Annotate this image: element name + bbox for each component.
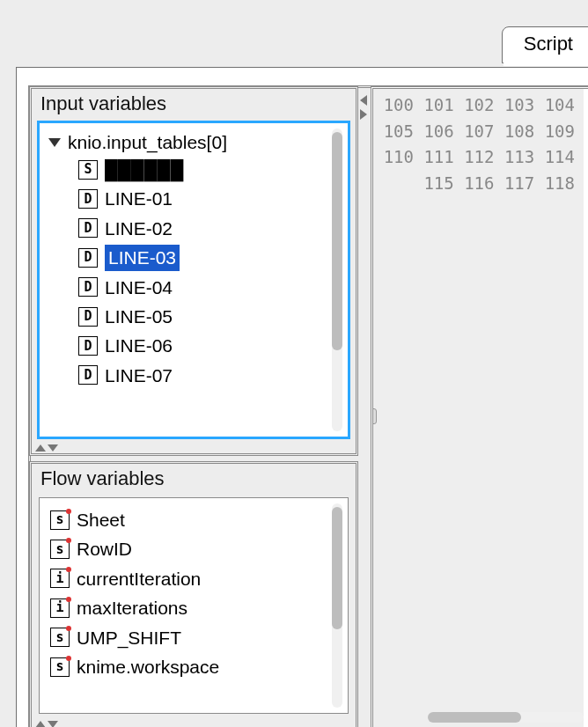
- flow-var-item[interactable]: sRowID: [47, 534, 328, 563]
- tree-item-label: LINE-06: [105, 333, 173, 358]
- double-type-icon: D: [78, 248, 98, 268]
- tree-root[interactable]: knio.input_tables[0]: [48, 130, 328, 155]
- string-type-icon: S: [78, 160, 98, 180]
- tree-item[interactable]: S██████: [48, 155, 328, 184]
- tree-item[interactable]: DLINE-01: [48, 184, 328, 213]
- input-variables-title: Input variables: [32, 89, 356, 122]
- tree-item[interactable]: DLINE-06: [48, 331, 328, 360]
- string-var-icon: s: [50, 540, 70, 559]
- line-number-gutter: 100 101 102 103 104 105 106 107 108 109 …: [373, 89, 584, 727]
- flow-var-item[interactable]: icurrentIteration: [47, 564, 328, 593]
- script-editor[interactable]: 100 101 102 103 104 105 106 107 108 109 …: [371, 86, 588, 727]
- column-resize-gutter[interactable]: [356, 88, 371, 727]
- flow-var-label: maxIterations: [77, 595, 187, 621]
- input-variables-pane: Input variables knio.input_tables[0]S███…: [29, 86, 358, 456]
- tree-item[interactable]: DLINE-04: [48, 273, 328, 302]
- tree-scrollbar[interactable]: [332, 129, 342, 431]
- chevron-left-icon: [360, 95, 367, 106]
- double-type-icon: D: [78, 336, 98, 356]
- tree-item-label: ██████: [105, 157, 183, 182]
- flow-var-label: UMP_SHIFT: [77, 625, 181, 650]
- code-area[interactable]: hoverla bgc fon fon ) ) #fig.add_tr # #R…: [584, 89, 588, 727]
- flow-var-label: RowID: [77, 536, 132, 562]
- tree-item-label: LINE-04: [105, 275, 173, 300]
- pane-resize-arrows[interactable]: [32, 444, 356, 453]
- string-var-icon: s: [50, 628, 70, 647]
- main-panel: Input variables knio.input_tables[0]S███…: [16, 67, 588, 727]
- split-frame: Input variables knio.input_tables[0]S███…: [28, 85, 588, 727]
- disclosure-triangle-icon[interactable]: [48, 138, 61, 147]
- flow-var-label: Sheet: [77, 507, 125, 532]
- string-var-icon: s: [50, 510, 70, 530]
- tree-item-label: LINE-03: [105, 245, 180, 270]
- tree-item-label: LINE-01: [105, 186, 173, 211]
- int-var-icon: i: [50, 569, 70, 588]
- variables-column: Input variables knio.input_tables[0]S███…: [31, 88, 356, 727]
- tree-item[interactable]: DLINE-05: [48, 302, 328, 331]
- flow-var-item[interactable]: imaxIterations: [47, 593, 328, 622]
- string-var-icon: s: [50, 657, 70, 677]
- double-type-icon: D: [78, 277, 98, 297]
- tree-item[interactable]: DLINE-03: [48, 243, 328, 272]
- editor-collapse-handle[interactable]: [371, 408, 377, 424]
- flow-var-item[interactable]: sknime.workspace: [47, 652, 328, 681]
- tree-root-label: knio.input_tables[0]: [68, 132, 227, 153]
- tree-item[interactable]: DLINE-02: [48, 214, 328, 243]
- flow-variables-pane: Flow variables sSheetsRowIDicurrentItera…: [29, 461, 358, 727]
- tree-item-label: LINE-05: [105, 304, 173, 329]
- tab-strip: Script: [502, 26, 588, 63]
- double-type-icon: D: [78, 365, 98, 385]
- editor-horizontal-scrollbar[interactable]: [428, 712, 584, 723]
- flow-var-label: currentIteration: [77, 566, 201, 591]
- editor-column: 100 101 102 103 104 105 106 107 108 109 …: [371, 88, 588, 727]
- input-variables-tree[interactable]: knio.input_tables[0]S██████DLINE-01DLINE…: [39, 122, 349, 437]
- double-type-icon: D: [78, 218, 98, 238]
- flow-var-label: knime.workspace: [77, 654, 219, 679]
- double-type-icon: D: [78, 307, 98, 327]
- tree-item-label: LINE-02: [105, 216, 173, 241]
- flow-var-item[interactable]: sSheet: [47, 505, 328, 534]
- double-type-icon: D: [78, 189, 98, 209]
- flow-variables-title: Flow variables: [32, 464, 356, 497]
- int-var-icon: i: [50, 598, 70, 618]
- pane-resize-arrows[interactable]: [32, 721, 356, 727]
- tree-scrollbar[interactable]: [332, 503, 342, 708]
- tree-item-label: LINE-07: [105, 363, 173, 388]
- tab-script[interactable]: Script: [502, 26, 588, 63]
- flow-var-item[interactable]: sUMP_SHIFT: [47, 623, 328, 652]
- tree-item[interactable]: DLINE-07: [48, 361, 328, 390]
- flow-variables-tree[interactable]: sSheetsRowIDicurrentIterationimaxIterati…: [39, 497, 349, 714]
- chevron-right-icon: [360, 109, 367, 120]
